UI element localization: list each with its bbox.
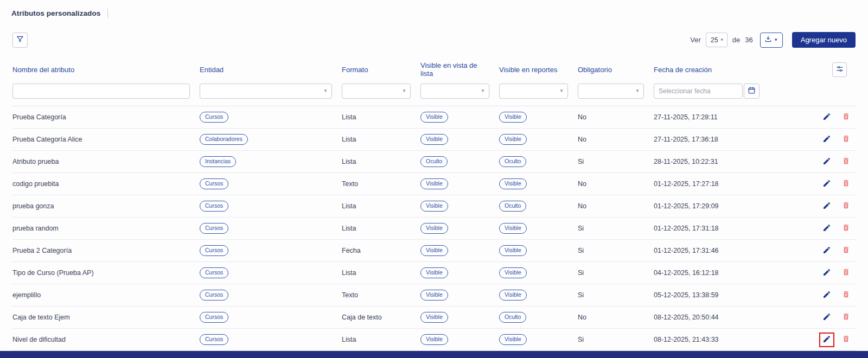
- download-button[interactable]: ▼: [760, 33, 783, 48]
- visible-reports-badge: Visible: [499, 134, 527, 145]
- toolbar-right: Ver 25 ▼ de 36 ▼ Agregar nuevo: [690, 32, 856, 48]
- delete-button[interactable]: [839, 155, 853, 169]
- trash-icon: [842, 135, 850, 144]
- visible-reports-badge: Oculto: [499, 312, 526, 323]
- visible-list-badge: Visible: [420, 267, 448, 278]
- format-filter-select[interactable]: ▼: [342, 84, 411, 99]
- edit-button[interactable]: [819, 110, 834, 125]
- visible-reports-filter-select[interactable]: ▼: [499, 84, 568, 99]
- edit-button[interactable]: [819, 132, 834, 147]
- column-settings-icon: [836, 65, 844, 74]
- edit-button[interactable]: [819, 155, 834, 169]
- calendar-button[interactable]: [744, 84, 760, 99]
- calendar-icon: [748, 86, 756, 97]
- format-value: Fecha: [342, 247, 420, 254]
- name-filter-input[interactable]: [12, 84, 190, 99]
- delete-button[interactable]: [839, 132, 853, 146]
- visible-list-badge: Visible: [420, 223, 448, 234]
- visible-list-badge: Visible: [420, 245, 448, 256]
- caret-down-icon: ▼: [402, 89, 406, 93]
- trash-icon: [842, 246, 850, 255]
- bottom-bar: [0, 351, 868, 358]
- pencil-icon: [822, 201, 831, 212]
- header-created: Fecha de creación: [654, 66, 808, 74]
- pencil-icon: [822, 179, 831, 189]
- edit-button[interactable]: [819, 333, 834, 347]
- filter-button[interactable]: [12, 33, 28, 48]
- edit-button[interactable]: [819, 244, 834, 258]
- page-size-select[interactable]: 25 ▼: [706, 33, 727, 47]
- edit-button[interactable]: [819, 288, 834, 303]
- table-row: Prueba Categoría Cursos Lista Visible Vi…: [12, 106, 856, 129]
- created-date: 01-12-2025, 17:31:18: [654, 225, 808, 232]
- pencil-icon: [822, 112, 831, 123]
- delete-button[interactable]: [839, 310, 853, 324]
- entity-filter-select[interactable]: ▼: [200, 84, 332, 99]
- pencil-icon: [822, 290, 831, 301]
- download-icon: [764, 35, 772, 44]
- trash-icon: [842, 312, 850, 322]
- entity-badge: Cursos: [200, 223, 228, 234]
- format-value: Lista: [342, 158, 420, 165]
- column-settings-button[interactable]: [832, 62, 847, 77]
- edit-button[interactable]: [819, 221, 834, 236]
- edit-button[interactable]: [819, 177, 834, 191]
- attribute-name: Prueba Categoría: [12, 113, 200, 121]
- caret-down-icon: ▼: [323, 89, 328, 93]
- table-row: Atributo prueba Instancias Lista Oculto …: [12, 151, 856, 173]
- delete-button[interactable]: [839, 244, 853, 258]
- pencil-icon: [822, 223, 831, 234]
- visible-reports-badge: Oculto: [499, 201, 526, 212]
- table-row: Caja de texto Ejem Cursos Caja de texto …: [12, 306, 856, 329]
- visible-list-badge: Visible: [420, 290, 448, 301]
- created-date: 05-12-2025, 13:38:59: [654, 291, 808, 299]
- required-value: Si: [578, 269, 654, 277]
- add-new-button[interactable]: Agregar nuevo: [792, 32, 856, 48]
- required-filter-select[interactable]: ▼: [578, 84, 644, 99]
- delete-button[interactable]: [839, 199, 853, 213]
- required-value: Si: [578, 291, 654, 299]
- required-value: No: [578, 314, 654, 321]
- table-row: Tipo de Curso (Prueba AP) Cursos Lista V…: [12, 262, 856, 284]
- format-value: Caja de texto: [342, 314, 420, 321]
- visible-reports-badge: Visible: [499, 223, 527, 234]
- format-value: Lista: [342, 113, 420, 121]
- created-date: 08-12-2025, 21:43:33: [654, 336, 808, 343]
- title-bar: Atributos personalizados: [0, 0, 868, 18]
- visible-list-badge: Visible: [420, 112, 448, 123]
- delete-button[interactable]: [839, 266, 853, 280]
- visible-list-badge: Visible: [420, 178, 448, 189]
- trash-icon: [842, 157, 850, 167]
- edit-button[interactable]: [819, 199, 834, 214]
- delete-button[interactable]: [839, 333, 853, 347]
- created-date: 28-11-2025, 10:22:31: [654, 158, 808, 165]
- delete-button[interactable]: [839, 110, 853, 124]
- delete-button[interactable]: [839, 177, 853, 191]
- format-value: Lista: [342, 336, 420, 343]
- trash-icon: [842, 268, 850, 278]
- created-date: 01-12-2025, 17:31:46: [654, 247, 808, 254]
- header-visible-reports: Visible en reportes: [499, 66, 578, 74]
- required-value: No: [578, 202, 654, 210]
- header-format: Formato: [342, 66, 420, 74]
- caret-down-icon: ▼: [635, 89, 640, 93]
- delete-button[interactable]: [839, 288, 853, 302]
- header-required: Obligatorio: [578, 66, 654, 74]
- delete-button[interactable]: [839, 221, 853, 235]
- required-value: No: [578, 113, 654, 121]
- edit-button[interactable]: [819, 266, 834, 280]
- created-date: 27-11-2025, 17:28:11: [654, 113, 808, 121]
- edit-button[interactable]: [819, 310, 834, 325]
- title-divider: [107, 9, 108, 18]
- visible-list-filter-select[interactable]: ▼: [420, 84, 489, 99]
- attribute-name: Atributo prueba: [12, 158, 200, 165]
- table-body: Prueba Categoría Cursos Lista Visible Vi…: [12, 106, 856, 351]
- format-value: Lista: [342, 269, 420, 277]
- date-filter-input[interactable]: [654, 84, 743, 99]
- trash-icon: [842, 335, 850, 344]
- page-size-value: 25: [711, 36, 718, 44]
- attribute-name: codigo pruebita: [12, 180, 200, 188]
- table-row: Nivel de dificultad Cursos Lista Visible…: [12, 329, 856, 351]
- required-value: Si: [578, 158, 654, 165]
- attribute-name: prueba gonza: [12, 202, 200, 210]
